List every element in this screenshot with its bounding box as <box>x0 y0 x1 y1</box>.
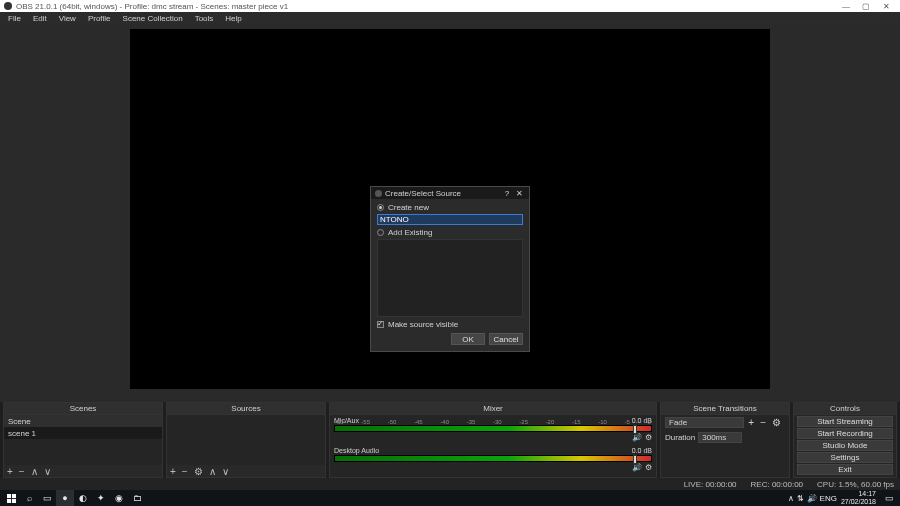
radio-add-existing-label: Add Existing <box>388 228 432 237</box>
scene-item[interactable]: scene 1 <box>4 427 162 439</box>
menu-help[interactable]: Help <box>219 14 247 23</box>
svg-rect-2 <box>7 498 11 502</box>
scenes-label: Scene <box>4 415 162 427</box>
existing-sources-list[interactable] <box>377 239 523 317</box>
mute-button[interactable]: 🔊 <box>632 433 642 442</box>
scenes-add-button[interactable]: + <box>7 466 13 477</box>
mixer-channel-mic: Mic/Aux 0.0 dB -60-55-50-45-40-35-30-25-… <box>330 415 656 445</box>
tray-chevron-icon[interactable]: ∧ <box>788 494 794 503</box>
make-visible-label: Make source visible <box>388 320 458 329</box>
channel-settings-button[interactable]: ⚙ <box>645 433 652 442</box>
radio-create-new[interactable]: Create new <box>377 203 523 212</box>
studio-mode-button[interactable]: Studio Mode <box>797 440 893 451</box>
exit-button[interactable]: Exit <box>797 464 893 475</box>
sources-remove-button[interactable]: − <box>182 466 188 477</box>
scenes-panel: Scenes Scene scene 1 + − <box>3 402 163 478</box>
bottom-panels: Scenes Scene scene 1 + − Sources + − ⚙ M… <box>0 402 900 478</box>
mixer-header: Mixer <box>330 403 656 415</box>
sources-header: Sources <box>167 403 325 415</box>
taskbar-clock[interactable]: 14:17 27/02/2018 <box>837 490 880 506</box>
tray-network-icon[interactable]: ⇅ <box>797 494 804 503</box>
audio-meter: -60-55-50-45-40-35-30-25-20-15-10-50 <box>334 425 652 432</box>
menu-tools[interactable]: Tools <box>189 14 220 23</box>
transition-select[interactable]: Fade <box>665 417 744 428</box>
system-tray[interactable]: ∧ ⇅ 🔊 ENG <box>788 494 837 503</box>
radio-bullet-icon <box>377 229 384 236</box>
windows-taskbar: ⌕ ▭ ● ◐ ✦ ◉ 🗀 ∧ ⇅ 🔊 ENG 14:17 27/02/2018… <box>0 490 900 506</box>
duration-spinner[interactable]: 300ms <box>698 432 742 443</box>
taskbar-app-explorer[interactable]: 🗀 <box>128 490 146 506</box>
window-close-button[interactable]: ✕ <box>876 2 896 11</box>
dialog-close-button[interactable]: ✕ <box>513 189 525 198</box>
status-live: LIVE: 00:00:00 <box>684 480 737 489</box>
dialog-obs-icon <box>375 190 382 197</box>
dialog-cancel-button[interactable]: Cancel <box>489 333 523 345</box>
mixer-panel: Mixer Mic/Aux 0.0 dB -60-55-50-45-40-35-… <box>329 402 657 478</box>
sources-settings-button[interactable]: ⚙ <box>194 466 203 477</box>
menu-edit[interactable]: Edit <box>27 14 53 23</box>
main-area: Create/Select Source ? ✕ Create new Add … <box>0 24 900 402</box>
checkbox-icon <box>377 321 384 328</box>
window-title: OBS 21.0.1 (64bit, windows) - Profile: d… <box>16 2 836 11</box>
scenes-remove-button[interactable]: − <box>19 466 25 477</box>
sources-move-up-button[interactable] <box>209 466 216 477</box>
dialog-title-text: Create/Select Source <box>385 189 501 198</box>
radio-add-existing[interactable]: Add Existing <box>377 228 523 237</box>
audio-meter <box>334 455 652 462</box>
start-streaming-button[interactable]: Start Streaming <box>797 416 893 427</box>
channel-settings-button[interactable]: ⚙ <box>645 463 652 472</box>
transitions-panel: Scene Transitions Fade + − ⚙ Duration 30… <box>660 402 790 478</box>
taskbar-app-steam[interactable]: ◐ <box>74 490 92 506</box>
dialog-titlebar[interactable]: Create/Select Source ? ✕ <box>371 187 529 199</box>
mixer-channel-db: 0.0 dB <box>632 447 652 454</box>
scenes-move-down-button[interactable] <box>44 466 51 477</box>
status-bar: LIVE: 00:00:00 REC: 00:00:00 CPU: 1.5%, … <box>0 478 900 490</box>
controls-panel: Controls Start Streaming Start Recording… <box>793 402 897 478</box>
controls-header: Controls <box>794 403 896 415</box>
sources-panel: Sources + − ⚙ <box>166 402 326 478</box>
mute-button[interactable]: 🔊 <box>632 463 642 472</box>
svg-rect-3 <box>11 498 15 502</box>
obs-logo-icon <box>4 2 12 10</box>
menu-file[interactable]: File <box>2 14 27 23</box>
menu-view[interactable]: View <box>53 14 82 23</box>
mixer-channel-desktop: Desktop Audio 0.0 dB 🔊 ⚙ <box>330 445 656 475</box>
status-rec: REC: 00:00:00 <box>751 480 803 489</box>
start-recording-button[interactable]: Start Recording <box>797 428 893 439</box>
volume-slider[interactable] <box>633 455 637 464</box>
status-cpu: CPU: 1.5%, 60.00 fps <box>817 480 894 489</box>
make-visible-checkbox[interactable]: Make source visible <box>377 320 523 329</box>
transition-add-button[interactable]: + <box>748 417 754 428</box>
tray-language[interactable]: ENG <box>820 494 837 503</box>
taskbar-app-obs[interactable]: ● <box>56 490 74 506</box>
svg-rect-0 <box>7 494 11 498</box>
dialog-ok-button[interactable]: OK <box>451 333 485 345</box>
menu-profile[interactable]: Profile <box>82 14 117 23</box>
scenes-header: Scenes <box>4 403 162 415</box>
menu-scene-collection[interactable]: Scene Collection <box>117 14 189 23</box>
transitions-header: Scene Transitions <box>661 403 789 415</box>
window-maximize-button[interactable]: ▢ <box>856 2 876 11</box>
create-source-dialog: Create/Select Source ? ✕ Create new Add … <box>370 186 530 352</box>
tray-volume-icon[interactable]: 🔊 <box>807 494 817 503</box>
svg-rect-1 <box>11 494 15 498</box>
start-button[interactable] <box>2 490 20 506</box>
sources-add-button[interactable]: + <box>170 466 176 477</box>
taskbar-app-generic[interactable]: ✦ <box>92 490 110 506</box>
taskbar-app-generic[interactable]: ◉ <box>110 490 128 506</box>
radio-create-new-label: Create new <box>388 203 429 212</box>
transition-remove-button[interactable]: − <box>760 417 766 428</box>
scenes-move-up-button[interactable] <box>31 466 38 477</box>
mixer-channel-name: Desktop Audio <box>334 447 379 454</box>
window-minimize-button[interactable]: — <box>836 2 856 11</box>
task-view-icon[interactable]: ▭ <box>38 490 56 506</box>
duration-label: Duration <box>665 433 695 442</box>
search-icon[interactable]: ⌕ <box>20 490 38 506</box>
source-name-input[interactable] <box>377 214 523 225</box>
dialog-help-button[interactable]: ? <box>501 189 513 198</box>
transition-settings-button[interactable]: ⚙ <box>772 417 781 428</box>
settings-button[interactable]: Settings <box>797 452 893 463</box>
notifications-icon[interactable]: ▭ <box>880 490 898 506</box>
volume-slider[interactable] <box>633 425 637 434</box>
sources-move-down-button[interactable] <box>222 466 229 477</box>
